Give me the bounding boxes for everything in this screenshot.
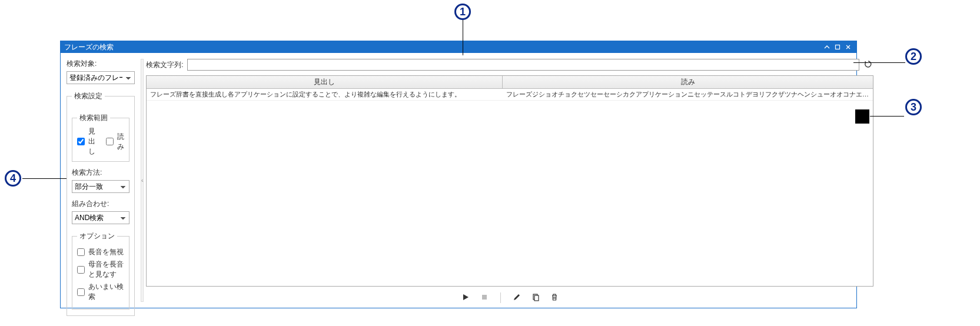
callout-marker-square — [855, 109, 869, 124]
phrase-search-window: フレーズの検索 検索対象: 登録済みのフレーズ 検索設定 検索範囲 — [60, 41, 857, 308]
column-header-midashi[interactable]: 見出し — [147, 76, 503, 88]
callout-line-1 — [463, 20, 463, 55]
search-method-select[interactable]: 部分一致 — [72, 180, 129, 193]
window-maximize-button[interactable] — [833, 43, 842, 51]
svg-rect-0 — [836, 45, 840, 49]
scope-midashi-input[interactable] — [77, 138, 85, 145]
search-settings-fieldset: 検索設定 検索範囲 見出し 読み 検索方法: — [67, 91, 135, 316]
stop-button[interactable] — [479, 292, 490, 303]
options-fieldset: オプション 長音を無視 母音を長音と見なす あいまい検索 — [72, 231, 129, 310]
table-row[interactable]: フレーズ辞書を直接生成し各アプリケーションに設定することで、より複雑な編集を行え… — [147, 89, 873, 101]
opt-boin-input[interactable] — [77, 266, 85, 274]
opt-aimai-input[interactable] — [77, 288, 85, 296]
titlebar[interactable]: フレーズの検索 — [61, 41, 856, 53]
svg-rect-3 — [534, 295, 539, 301]
scope-yomi-checkbox[interactable]: 読み — [106, 132, 124, 152]
stop-icon — [481, 294, 488, 302]
copy-button[interactable] — [530, 292, 541, 303]
combination-label: 組み合わせ: — [72, 199, 129, 209]
combination-select[interactable]: AND検索 — [72, 211, 129, 224]
refresh-button[interactable] — [863, 59, 873, 70]
opt-boin-label: 母音を長音と見なす — [88, 260, 124, 280]
opt-chouon-label: 長音を無視 — [88, 247, 124, 257]
window-title: フレーズの検索 — [64, 42, 822, 52]
opt-chouon-input[interactable] — [77, 248, 85, 256]
callout-number-3: 3 — [905, 99, 922, 115]
search-scope-legend: 検索範囲 — [77, 113, 110, 123]
search-scope-fieldset: 検索範囲 見出し 読み — [72, 113, 129, 162]
pencil-icon — [513, 293, 521, 303]
play-icon — [461, 293, 470, 303]
opt-aimai-label: あいまい検索 — [88, 282, 124, 302]
search-settings-legend: 検索設定 — [72, 91, 105, 101]
opt-aimai-checkbox[interactable]: あいまい検索 — [77, 282, 124, 302]
search-target-select[interactable]: 登録済みのフレーズ — [67, 71, 135, 84]
left-settings-pane: 検索対象: 登録済みのフレーズ 検索設定 検索範囲 見出し 読み — [61, 53, 139, 308]
delete-button[interactable] — [549, 292, 560, 303]
refresh-icon — [864, 60, 872, 70]
callout-line-3 — [870, 116, 904, 117]
search-method-label: 検索方法: — [72, 168, 129, 178]
callout-number-4: 4 — [5, 170, 21, 187]
bottom-toolbar — [146, 287, 873, 308]
trash-icon — [550, 293, 559, 303]
scope-midashi-checkbox[interactable]: 見出し — [77, 127, 95, 157]
callout-number-1: 1 — [454, 4, 471, 20]
toolbar-divider — [500, 292, 501, 303]
opt-boin-checkbox[interactable]: 母音を長音と見なす — [77, 260, 124, 280]
scope-yomi-label: 読み — [117, 132, 124, 152]
play-button[interactable] — [460, 292, 471, 303]
callout-line-4 — [22, 178, 67, 179]
scope-yomi-input[interactable] — [106, 138, 114, 145]
svg-rect-1 — [482, 295, 487, 300]
window-close-button[interactable] — [843, 43, 853, 51]
results-table: 見出し 読み フレーズ辞書を直接生成し各アプリケーションに設定することで、より複… — [146, 75, 873, 287]
opt-chouon-checkbox[interactable]: 長音を無視 — [77, 247, 124, 257]
search-string-label: 検索文字列: — [146, 60, 183, 70]
options-legend: オプション — [77, 231, 117, 241]
cell-yomi: フレーズジショオチョクセツセーセーシカクアプリケーションニセッテースルコトデヨリ… — [503, 89, 873, 100]
column-header-yomi[interactable]: 読み — [503, 76, 873, 88]
window-minimize-button[interactable] — [822, 43, 832, 51]
edit-button[interactable] — [511, 292, 522, 303]
results-header: 見出し 読み — [147, 76, 873, 89]
chevron-left-icon: ‹ — [141, 177, 143, 184]
copy-icon — [531, 293, 540, 303]
pane-splitter[interactable]: ‹ — [141, 59, 144, 302]
scope-midashi-label: 見出し — [88, 127, 95, 157]
search-target-label: 検索対象: — [67, 59, 135, 69]
search-string-input[interactable] — [187, 59, 860, 71]
callout-line-2 — [853, 62, 905, 63]
right-results-pane: 検索文字列: 見出し 読み フレーズ辞書を直接生成し各アプリケーションに設定する… — [146, 53, 879, 308]
callout-number-2: 2 — [905, 48, 922, 65]
cell-midashi: フレーズ辞書を直接生成し各アプリケーションに設定することで、より複雑な編集を行え… — [147, 89, 503, 100]
